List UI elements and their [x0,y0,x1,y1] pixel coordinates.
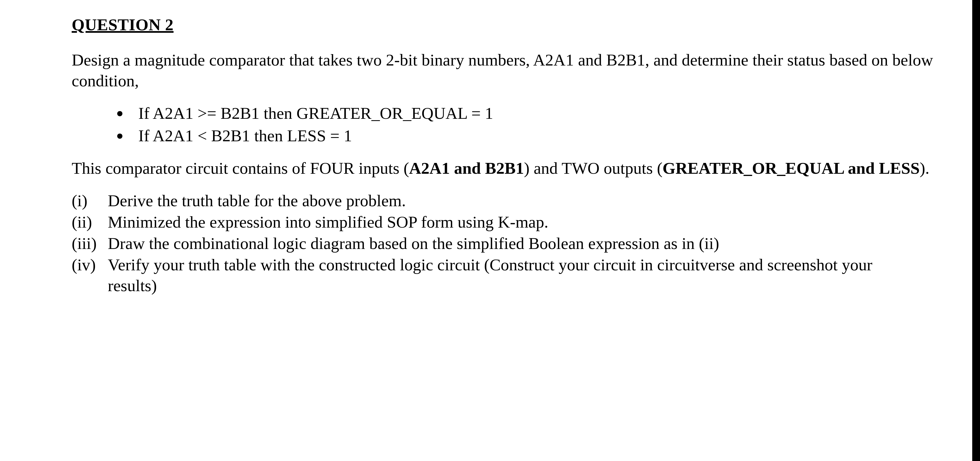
io-inputs: A2A1 and B2B1 [409,159,524,177]
task-number: (iii) [72,233,108,254]
bullet-item: ● If A2A1 >= B2B1 then GREATER_OR_EQUAL … [116,103,958,124]
condition-bullets: ● If A2A1 >= B2B1 then GREATER_OR_EQUAL … [116,103,958,146]
question-title: QUESTION 2 [72,14,958,35]
task-item: (i) Derive the truth table for the above… [72,190,958,211]
question-page: QUESTION 2 Design a magnitude comparator… [0,0,980,461]
bullet-text: If A2A1 >= B2B1 then GREATER_OR_EQUAL = … [138,103,493,124]
task-item: (ii) Minimized the expression into simpl… [72,212,958,233]
task-number: (iv) [72,255,108,275]
intro-paragraph: Design a magnitude comparator that takes… [72,50,958,91]
task-text: Draw the combinational logic diagram bas… [108,233,958,254]
bullet-dot-icon: ● [116,107,138,119]
bullet-dot-icon: ● [116,130,138,142]
task-text: Minimized the expression into simplified… [108,212,958,233]
task-text: Verify your truth table with the constru… [108,255,958,296]
task-number: (ii) [72,212,108,233]
task-number: (i) [72,190,108,211]
task-list: (i) Derive the truth table for the above… [72,190,958,296]
task-item: (iv) Verify your truth table with the co… [72,255,958,296]
task-text: Derive the truth table for the above pro… [108,190,958,211]
io-description: This comparator circuit contains of FOUR… [72,158,958,179]
task-item: (iii) Draw the combinational logic diagr… [72,233,958,254]
io-outputs: GREATER_OR_EQUAL and LESS [662,159,920,177]
bullet-item: ● If A2A1 < B2B1 then LESS = 1 [116,125,958,146]
bullet-text: If A2A1 < B2B1 then LESS = 1 [138,125,352,146]
io-pre: This comparator circuit contains of FOUR… [72,159,409,177]
io-mid: ) and TWO outputs ( [524,159,662,177]
io-post: ). [920,159,929,177]
